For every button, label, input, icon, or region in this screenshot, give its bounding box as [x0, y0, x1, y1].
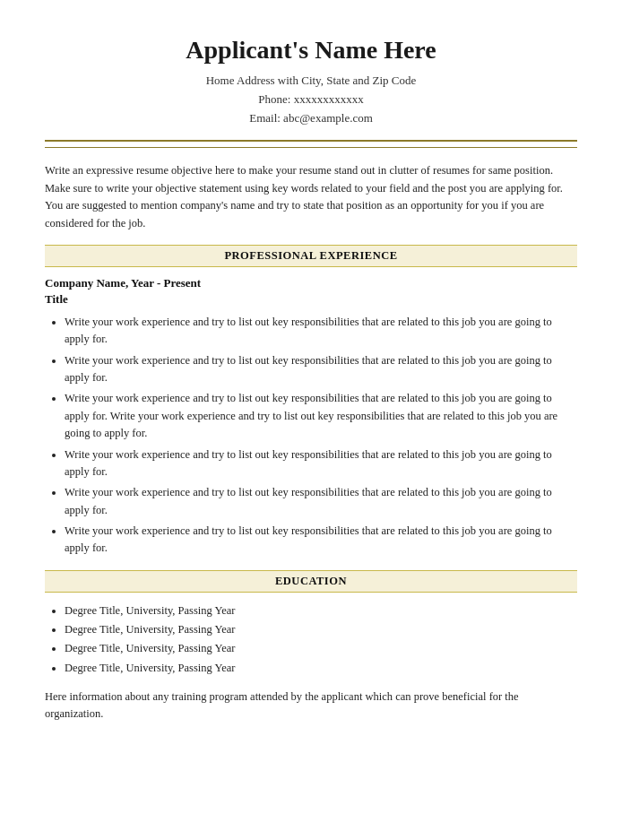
company-name: Company Name, Year - Present — [45, 276, 577, 290]
experience-item: Write your work experience and try to li… — [65, 446, 577, 481]
header-email: Email: abc@example.com — [45, 109, 577, 128]
experience-item: Write your work experience and try to li… — [65, 314, 577, 349]
experience-block: Company Name, Year - Present Title Write… — [45, 276, 577, 558]
header-details: Home Address with City, State and Zip Co… — [45, 72, 577, 127]
resume-page: Applicant's Name Here Home Address with … — [0, 0, 622, 840]
experience-item: Write your work experience and try to li… — [65, 484, 577, 519]
divider-bottom — [45, 147, 577, 148]
professional-experience-header: PROFESSIONAL EXPERIENCE — [45, 245, 577, 267]
header-section: Applicant's Name Here Home Address with … — [45, 36, 577, 127]
education-item: Degree Title, University, Passing Year — [65, 639, 577, 658]
experience-list: Write your work experience and try to li… — [65, 314, 577, 558]
training-info: Here information about any training prog… — [45, 688, 577, 723]
job-title: Title — [45, 292, 577, 307]
education-header: EDUCATION — [45, 570, 577, 593]
divider-top — [45, 140, 577, 142]
education-item: Degree Title, University, Passing Year — [65, 602, 577, 620]
applicant-name: Applicant's Name Here — [45, 36, 577, 65]
objective-text: Write an expressive resume objective her… — [45, 162, 577, 232]
education-item: Degree Title, University, Passing Year — [65, 620, 577, 639]
education-item: Degree Title, University, Passing Year — [65, 659, 577, 678]
header-phone: Phone: xxxxxxxxxxxx — [45, 91, 577, 109]
experience-item: Write your work experience and try to li… — [65, 523, 577, 558]
experience-item: Write your work experience and try to li… — [65, 390, 577, 442]
objective-section: Write an expressive resume objective her… — [45, 162, 577, 232]
education-list: Degree Title, University, Passing Year D… — [65, 602, 577, 678]
header-address: Home Address with City, State and Zip Co… — [45, 72, 577, 91]
education-section: Degree Title, University, Passing Year D… — [45, 602, 577, 723]
experience-item: Write your work experience and try to li… — [65, 352, 577, 387]
